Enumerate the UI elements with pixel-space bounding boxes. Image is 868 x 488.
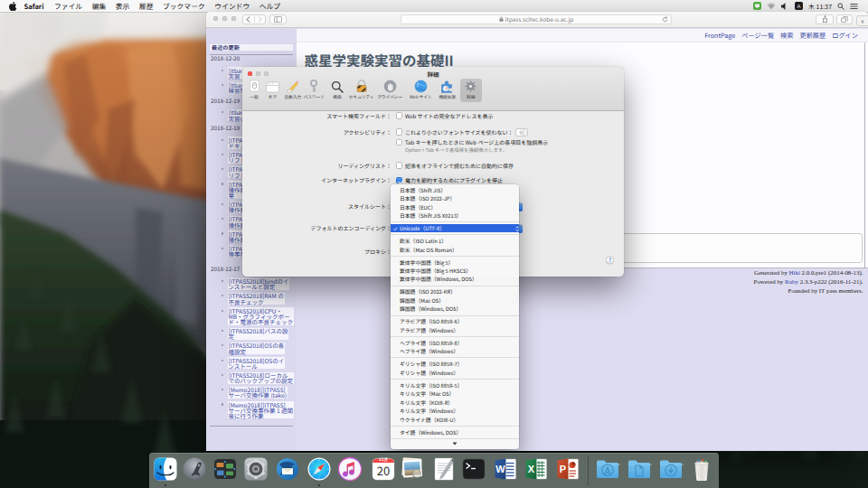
folder-applications-icon[interactable] (595, 456, 620, 482)
dialog-toolbar-tab[interactable]: 詳細 (453, 79, 489, 99)
encoding-menu-item[interactable]: 日本語（EUC） (391, 203, 519, 211)
plugins-checkbox[interactable] (396, 177, 402, 183)
menubar-menu-item[interactable]: ファイル (54, 1, 82, 11)
encoding-menu-item[interactable]: キリル文字（Windows） (391, 407, 519, 415)
footer-line: Generated by Hiki 2.0.0.pre1 (2014-08-13… (754, 268, 863, 277)
dialog-titlebar: 詳細 一般 タブ 自動入力 パスワード (242, 67, 624, 111)
menubar-clock[interactable]: 木 11:37 (808, 2, 832, 11)
folder-documents-icon[interactable] (627, 456, 652, 482)
calendar-icon[interactable]: 12月20 (371, 456, 396, 482)
encoding-menu-item[interactable]: 繁体字中国語（Big 5 HKSCS） (391, 267, 519, 275)
encoding-menu-item[interactable]: アラビア語（Windows） (391, 326, 519, 334)
encoding-menu-item[interactable]: 繁体字中国語（Big 5） (391, 258, 519, 267)
page-nav-link[interactable]: 検索 (780, 31, 793, 40)
smart-search-checkbox[interactable] (396, 112, 402, 118)
encoding-menu-item[interactable]: ヘブライ語（ISO 8859-8） (391, 339, 519, 347)
encoding-menu-item[interactable]: 日本語（ISO 2022-JP） (391, 194, 519, 202)
volume-icon[interactable] (781, 3, 789, 10)
system-preferences-icon[interactable] (243, 456, 269, 482)
encoding-menu-item[interactable]: 韓国語（Windows, DOS） (391, 305, 519, 313)
itunes-icon[interactable] (337, 456, 363, 482)
encoding-menu-item[interactable]: ヘブライ語（Windows） (391, 347, 519, 355)
back-button[interactable] (243, 16, 254, 23)
tab-overview-button[interactable] (836, 14, 853, 24)
encoding-menu-item[interactable]: 韓国語（ISO 2022-KR） (391, 287, 519, 296)
reading-list-checkbox[interactable] (396, 162, 402, 168)
menu-scroll-down-icon[interactable] (391, 441, 519, 447)
thunderbird-icon[interactable] (275, 456, 300, 482)
page-nav-link[interactable]: ページ一覧 (741, 31, 774, 40)
notification-center-icon[interactable] (850, 3, 858, 10)
wifi-icon[interactable] (767, 3, 776, 10)
minimize-button[interactable] (222, 16, 227, 21)
encoding-menu-item[interactable]: キリル文字（KOI8-R） (391, 399, 519, 407)
encoding-menu-item[interactable]: 欧米（ISO Latin 1） (391, 237, 519, 245)
page-nav-link[interactable]: 更新履歴 (799, 31, 826, 40)
help-button[interactable]: ? (606, 256, 614, 264)
textedit-icon[interactable] (431, 456, 457, 482)
sidebar-link[interactable]: [ITPASS2018]ローカル でのバックアップの設定 (228, 372, 295, 384)
powerpoint-icon[interactable]: P (555, 456, 580, 482)
url-field[interactable]: itpass.scitec.kobe-u.ac.jp (401, 14, 672, 24)
min-font-size-checkbox[interactable] (396, 128, 402, 135)
finder-icon[interactable] (153, 456, 178, 482)
sidebar-link[interactable]: [ITPASS2018]bindのイ ンストールと設定 (228, 278, 290, 290)
spotlight-icon[interactable] (837, 3, 844, 10)
apple-menu-icon[interactable] (9, 2, 17, 11)
excel-icon[interactable]: X (524, 456, 549, 482)
sidebar-link[interactable]: [Memo2018][ITPASS] サーバ交換事作業 1 週間 後に行う作業 (228, 401, 294, 418)
terminal-icon[interactable] (461, 456, 486, 482)
share-button[interactable] (816, 14, 834, 24)
sidebar-toggle-button[interactable] (269, 14, 287, 24)
font-size-select[interactable]: 9 (515, 128, 528, 136)
selected-check-icon (393, 227, 398, 231)
mission-control-icon[interactable] (212, 456, 238, 482)
page-footer: Generated by Hiki 2.0.0.pre1 (2014-08-13… (754, 268, 863, 296)
trash-icon[interactable] (689, 456, 714, 482)
encoding-menu-item[interactable]: ギリシャ語（ISO 8859-7） (391, 360, 519, 368)
sidebar-link[interactable]: [Memo2018][ITPASS] サーバ交換作業 (tako) (228, 387, 288, 399)
encoding-menu-item[interactable]: タイ語（Windows, DOS） (391, 428, 519, 436)
encoding-menu-item[interactable]: キリル文字（ISO 8859-5） (391, 381, 519, 389)
sidebar-link[interactable]: [ITPASS2018]CPU・ MB・グラフィックボー ド・電源の不良チェック (228, 307, 295, 324)
encoding-menu-item[interactable]: 韓国語（Mac OS） (391, 296, 519, 305)
new-tab-button[interactable]: + (856, 15, 868, 26)
app-green-icon[interactable] (753, 2, 761, 10)
encoding-menu-item[interactable]: キリル文字（Mac OS） (391, 389, 519, 398)
page-nav-link[interactable]: ログイン (832, 31, 858, 40)
sidebar-header[interactable]: 最近の更新 (210, 44, 293, 52)
menubar-menu-item[interactable]: ブックマーク (163, 1, 205, 11)
encoding-menu-item[interactable]: 日本語（Shift JIS X0213） (391, 211, 519, 220)
encoding-menu-item[interactable]: アラビア語（ISO 8859-6） (391, 317, 519, 325)
sidebar-link[interactable]: [ITPASS2018]RAM の 不良チェック (228, 293, 285, 305)
menubar-menu-item[interactable]: ヘルプ (259, 1, 280, 11)
launchpad-icon[interactable] (182, 456, 207, 482)
safari-icon[interactable] (307, 456, 332, 482)
reload-icon[interactable] (662, 16, 668, 23)
window-controls[interactable] (213, 16, 236, 21)
folder-downloads-icon[interactable] (658, 456, 684, 482)
menubar-menu-item[interactable]: ウインドウ (214, 1, 250, 11)
preview-icon[interactable] (400, 456, 425, 482)
input-source-icon[interactable]: A (795, 2, 803, 10)
menubar-menu-item[interactable]: 履歴 (139, 1, 154, 11)
encoding-menu-item[interactable]: ギリシャ語（Windows） (391, 369, 519, 377)
sidebar-link[interactable]: [ITPASS2018]OSの各 種設定 (228, 343, 286, 354)
sidebar-link[interactable]: [ITPASS2018]OSのイ ンストール (228, 357, 286, 369)
footer-link[interactable]: Hiki (789, 269, 800, 276)
page-nav-link[interactable]: FrontPage (704, 31, 735, 40)
encoding-menu-item[interactable]: 日本語（Shift JIS） (391, 186, 519, 194)
word-icon[interactable]: W (493, 456, 518, 482)
close-button[interactable] (213, 16, 218, 21)
encoding-menu-item[interactable]: 欧米（Mac OS Roman） (391, 246, 519, 254)
encoding-menu-item[interactable]: Unicode（UTF-8） (391, 224, 519, 232)
footer-link[interactable]: Ruby (785, 278, 798, 285)
menubar-menu-item[interactable]: 表示 (116, 1, 130, 11)
sidebar-link[interactable]: [ITPASS2018]パスの設 定 (228, 328, 289, 340)
menubar-menu-item[interactable]: 編集 (92, 1, 107, 11)
zoom-button[interactable] (231, 16, 236, 21)
encoding-menu-item[interactable]: ウクライナ語（KOI8-U） (391, 416, 519, 424)
encoding-menu-item[interactable]: 繁体字中国語（Windows, DOS） (391, 275, 519, 283)
menubar-app-name[interactable]: Safari (24, 1, 44, 11)
forward-button[interactable] (254, 16, 266, 23)
